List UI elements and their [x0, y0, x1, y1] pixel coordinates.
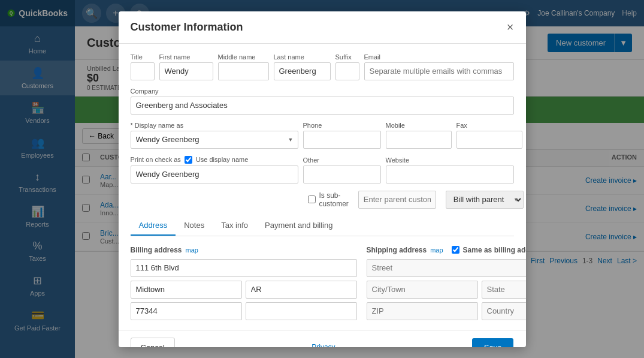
billing-state-input[interactable] — [246, 281, 357, 299]
other-field-group: Other — [303, 157, 381, 183]
phone-label: Phone — [303, 122, 381, 129]
company-field-group: Company — [131, 88, 514, 115]
address-section: Billing address map Shipping — [131, 246, 514, 320]
shipping-zip-input[interactable] — [367, 302, 478, 320]
tab-address[interactable]: Address — [131, 216, 176, 236]
cancel-button[interactable]: Cancel — [131, 338, 175, 347]
mobile-field-group: Mobile — [386, 122, 452, 149]
modal-header: Customer Information × — [119, 11, 526, 44]
modal-close-button[interactable]: × — [507, 21, 514, 33]
other-label: Other — [303, 157, 381, 164]
modal-body: Title First name Middle name Last name S… — [119, 44, 526, 330]
save-button[interactable]: Save — [472, 338, 514, 347]
use-display-name-label: Use display name — [196, 156, 248, 163]
shipping-address-col: Shipping address map Same as billing add… — [367, 246, 526, 320]
shipping-zip-country-row — [367, 302, 526, 320]
bill-parent-select[interactable]: Bill with parent — [446, 191, 524, 209]
middlename-input[interactable] — [218, 62, 269, 80]
firstname-input[interactable] — [159, 62, 213, 80]
tab-notes[interactable]: Notes — [176, 216, 213, 236]
website-input[interactable] — [386, 166, 514, 183]
name-row: Title First name Middle name Last name S… — [131, 53, 514, 80]
billing-zip-country-row — [131, 302, 357, 320]
display-name-select[interactable]: Wendy Greenberg — [131, 131, 298, 149]
print-label: Print on check as — [131, 156, 181, 163]
customer-information-modal: Customer Information × Title First name … — [119, 11, 526, 347]
billing-country-input[interactable] — [246, 302, 357, 320]
tab-taxinfo[interactable]: Tax info — [213, 216, 256, 236]
shipping-city-state-row — [367, 281, 526, 299]
email-input[interactable] — [364, 62, 514, 80]
subcustomer-group: Is sub-customer Bill with parent — [131, 191, 514, 209]
lastname-field-group: Last name — [274, 53, 331, 80]
display-name-field-group: * Display name as Wendy Greenberg — [131, 122, 298, 149]
billing-map-link[interactable]: map — [186, 246, 198, 254]
billing-city-input[interactable] — [131, 281, 242, 299]
company-input[interactable] — [131, 97, 514, 115]
bill-parent-wrapper: Bill with parent — [446, 191, 524, 209]
suffix-field-group: Suffix — [335, 53, 359, 80]
modal-tabs: Address Notes Tax info Payment and billi… — [131, 216, 514, 236]
modal-overlay: Customer Information × Title First name … — [0, 0, 644, 358]
mobile-label: Mobile — [386, 122, 452, 129]
subcustomer-row: Is sub-customer Bill with parent — [131, 191, 514, 209]
title-input[interactable] — [131, 62, 155, 80]
display-name-row: * Display name as Wendy Greenberg Phone … — [131, 122, 514, 149]
print-input[interactable] — [131, 166, 298, 183]
print-field-group: Print on check as Use display name — [131, 156, 298, 183]
same-billing-label: Same as billing address — [463, 246, 526, 254]
shipping-map-link[interactable]: map — [430, 246, 443, 254]
website-label: Website — [386, 157, 514, 164]
phone-field-group: Phone — [303, 122, 381, 149]
use-display-name-checkbox[interactable] — [185, 156, 192, 164]
same-as-billing-checkbox[interactable] — [452, 246, 459, 254]
is-subcustomer-checkbox[interactable] — [308, 195, 316, 203]
use-display-name-row: Print on check as Use display name — [131, 156, 298, 164]
billing-label-text: Billing address — [131, 246, 182, 254]
shipping-state-input[interactable] — [482, 281, 526, 299]
privacy-link[interactable]: Privacy — [312, 343, 335, 347]
modal-title: Customer Information — [131, 21, 243, 34]
suffix-label: Suffix — [335, 53, 359, 61]
other-input[interactable] — [303, 166, 381, 183]
middlename-label: Middle name — [218, 53, 269, 61]
website-field-group: Website — [386, 157, 514, 183]
lastname-label: Last name — [274, 53, 331, 61]
print-row: Print on check as Use display name Other… — [131, 156, 514, 183]
display-name-select-wrapper: Wendy Greenberg — [131, 131, 298, 149]
suffix-input[interactable] — [335, 62, 359, 80]
email-field-group: Email — [364, 53, 514, 80]
email-label: Email — [364, 53, 514, 61]
parent-customer-input[interactable] — [358, 191, 436, 209]
shipping-label-text: Shipping address — [367, 246, 427, 254]
fax-field-group: Fax — [456, 122, 522, 149]
shipping-street-input[interactable] — [367, 259, 526, 277]
title-label: Title — [131, 53, 155, 61]
same-billing-row: Same as billing address — [452, 246, 526, 254]
lastname-input[interactable] — [274, 62, 331, 80]
tab-payment[interactable]: Payment and billing — [256, 216, 341, 236]
billing-street-input[interactable] — [131, 259, 357, 277]
fax-input[interactable] — [456, 131, 522, 149]
company-row: Company — [131, 88, 514, 115]
shipping-city-input[interactable] — [367, 281, 478, 299]
billing-city-state-row — [131, 281, 357, 299]
billing-address-label: Billing address map — [131, 246, 357, 254]
display-name-required-label: * Display name as — [131, 122, 298, 129]
is-subcustomer-row: Is sub-customer — [308, 191, 349, 208]
shipping-country-input[interactable] — [482, 302, 526, 320]
title-field-group: Title — [131, 53, 155, 80]
company-label: Company — [131, 88, 514, 95]
fax-label: Fax — [456, 122, 522, 129]
billing-zip-input[interactable] — [131, 302, 242, 320]
is-subcustomer-label: Is sub-customer — [319, 191, 349, 208]
middlename-field-group: Middle name — [218, 53, 269, 80]
mobile-input[interactable] — [386, 131, 452, 149]
shipping-address-label: Shipping address map Same as billing add… — [367, 246, 526, 254]
modal-footer: Cancel Privacy Save — [119, 330, 526, 347]
billing-address-col: Billing address map — [131, 246, 357, 320]
phone-input[interactable] — [303, 131, 381, 149]
firstname-label: First name — [159, 53, 213, 61]
firstname-field-group: First name — [159, 53, 213, 80]
